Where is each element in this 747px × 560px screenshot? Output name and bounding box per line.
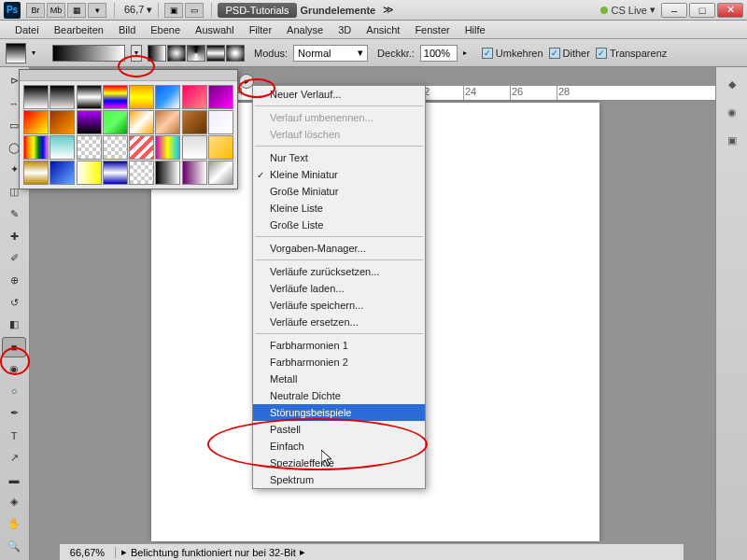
arrange-button[interactable]: ▣ xyxy=(164,3,183,18)
linear-gradient-button[interactable] xyxy=(148,45,166,62)
opacity-input[interactable]: 100% xyxy=(420,45,458,62)
menu-bearbeiten[interactable]: Bearbeiten xyxy=(47,22,111,37)
gradient-swatch[interactable] xyxy=(129,161,154,185)
gradient-swatch[interactable] xyxy=(49,135,75,160)
menu-item[interactable]: Nur Text xyxy=(253,149,425,166)
heal-tool[interactable]: ✚ xyxy=(2,226,26,246)
gradient-swatch[interactable] xyxy=(129,135,154,160)
gradient-swatch[interactable] xyxy=(208,161,233,185)
gradient-dropdown[interactable]: ▾ xyxy=(131,45,142,62)
transparency-checkbox[interactable]: ✓Transparenz xyxy=(596,48,667,59)
reverse-checkbox[interactable]: ✓Umkehren xyxy=(482,48,543,59)
menu-bild[interactable]: Bild xyxy=(111,22,143,37)
view-extras-button[interactable]: ▦ xyxy=(67,3,86,18)
menu-item[interactable]: Neutrale Dichte xyxy=(253,387,425,404)
dither-checkbox[interactable]: ✓Dither xyxy=(549,48,590,59)
gradient-swatch[interactable] xyxy=(182,135,207,160)
gradient-swatch[interactable] xyxy=(103,110,128,134)
minimize-button[interactable]: – xyxy=(661,3,687,18)
menu-item[interactable]: Spektrum xyxy=(253,471,425,488)
3d-tool[interactable]: ◈ xyxy=(2,492,26,512)
gradient-swatch[interactable] xyxy=(49,110,75,134)
panel-icon[interactable]: ◆ xyxy=(723,75,741,93)
gradient-swatch[interactable] xyxy=(77,135,102,160)
gradient-swatch[interactable] xyxy=(77,85,102,109)
mode-select[interactable]: Normal▾ xyxy=(293,45,368,62)
menu-3d[interactable]: 3D xyxy=(331,22,359,37)
menu-item[interactable]: Verläufe laden... xyxy=(253,280,425,297)
menu-item[interactable]: Farbharmonien 2 xyxy=(253,354,425,371)
gradient-swatch[interactable] xyxy=(23,85,49,109)
minibridge-button[interactable]: Mb xyxy=(47,3,65,18)
view-options-button[interactable]: ▾ xyxy=(88,3,106,18)
menu-item[interactable]: Kleine Liste xyxy=(253,200,425,217)
blur-tool[interactable]: ◉ xyxy=(2,359,26,380)
gradient-swatch[interactable] xyxy=(208,110,233,134)
menu-item[interactable]: Einfach xyxy=(253,438,425,455)
status-zoom[interactable]: 66,67% xyxy=(60,547,116,558)
menu-item[interactable]: Verläufe zurücksetzen... xyxy=(253,263,425,280)
angle-gradient-button[interactable] xyxy=(187,45,205,62)
stamp-tool[interactable]: ⊕ xyxy=(2,271,26,291)
menu-filter[interactable]: Filter xyxy=(242,22,279,37)
path-tool[interactable]: ↗ xyxy=(2,447,26,468)
eraser-tool[interactable]: ◧ xyxy=(2,315,26,335)
menu-hilfe[interactable]: Hilfe xyxy=(458,22,493,37)
gradient-preview[interactable] xyxy=(52,45,125,62)
gradient-swatch[interactable] xyxy=(23,110,49,134)
gradient-swatch[interactable] xyxy=(77,110,102,134)
gradient-swatch[interactable] xyxy=(155,85,180,109)
menu-fenster[interactable]: Fenster xyxy=(407,22,457,37)
menu-item[interactable]: Pastell xyxy=(253,421,425,438)
menu-item[interactable]: Vorgaben-Manager... xyxy=(253,240,425,257)
gradient-swatch[interactable] xyxy=(182,161,207,185)
menu-auswahl[interactable]: Auswahl xyxy=(188,22,242,37)
maximize-button[interactable]: □ xyxy=(689,3,715,18)
history-brush-tool[interactable]: ↺ xyxy=(2,292,26,313)
dodge-tool[interactable]: ○ xyxy=(2,381,26,401)
menu-item[interactable]: Neuer Verlauf... xyxy=(253,86,425,103)
panel-icon[interactable]: ◉ xyxy=(723,103,741,121)
type-tool[interactable]: T xyxy=(2,426,26,446)
menu-item[interactable]: Farbharmonien 1 xyxy=(253,337,425,354)
radial-gradient-button[interactable] xyxy=(167,45,186,62)
menu-item[interactable]: Große Miniatur xyxy=(253,183,425,200)
brush-tool[interactable]: ✐ xyxy=(2,248,26,269)
gradient-swatch[interactable] xyxy=(208,135,233,160)
gradient-swatch[interactable] xyxy=(208,85,233,109)
gradient-tool[interactable]: ■ xyxy=(2,337,26,357)
gradient-swatch[interactable] xyxy=(155,161,180,185)
zoom-level[interactable]: 66,7 ▾ xyxy=(124,4,152,16)
diamond-gradient-button[interactable] xyxy=(226,45,245,62)
hand-tool[interactable]: ✋ xyxy=(2,514,26,535)
bridge-button[interactable]: Br xyxy=(26,3,45,18)
gradient-swatch[interactable] xyxy=(155,135,180,160)
gradient-swatch[interactable] xyxy=(129,110,154,134)
eyedropper-tool[interactable]: ✎ xyxy=(2,203,26,224)
reflected-gradient-button[interactable] xyxy=(206,45,225,62)
menu-item[interactable]: Kleine Miniatur xyxy=(253,166,425,183)
pen-tool[interactable]: ✒ xyxy=(2,403,26,424)
menu-item[interactable]: Große Liste xyxy=(253,217,425,233)
zoom-tool[interactable]: 🔍 xyxy=(2,536,26,556)
gradient-swatch[interactable] xyxy=(103,85,128,109)
gradient-swatch[interactable] xyxy=(49,161,75,185)
gradient-swatch[interactable] xyxy=(77,161,102,185)
chevron-icon[interactable]: ≫ xyxy=(383,4,394,16)
panel-icon[interactable]: ▣ xyxy=(723,131,741,149)
menu-datei[interactable]: Datei xyxy=(7,22,47,37)
popup-header[interactable] xyxy=(20,70,237,81)
tool-preset-icon[interactable] xyxy=(6,43,26,63)
menu-analyse[interactable]: Analyse xyxy=(279,22,331,37)
gradient-swatch[interactable] xyxy=(103,135,128,160)
gradient-swatch[interactable] xyxy=(129,85,154,109)
menu-item[interactable]: Störungsbeispiele xyxy=(253,404,425,421)
gradient-swatch[interactable] xyxy=(23,135,49,160)
document-tab[interactable]: PSD-Tutorials xyxy=(218,3,296,18)
screenmode-button[interactable]: ▭ xyxy=(185,3,204,18)
menu-ansicht[interactable]: Ansicht xyxy=(359,22,407,37)
menu-item[interactable]: Verläufe speichern... xyxy=(253,297,425,314)
gradient-swatch[interactable] xyxy=(182,85,207,109)
cs-live-button[interactable]: CS Live ▾ xyxy=(600,4,655,16)
close-button[interactable]: ✕ xyxy=(717,3,743,18)
